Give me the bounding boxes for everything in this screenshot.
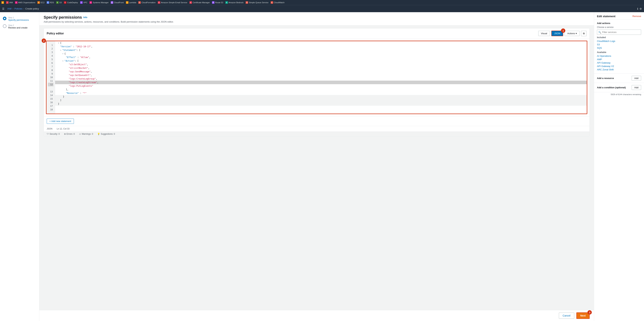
breadcrumb: IAM › Policies › Create policy <box>7 7 39 10</box>
editor-title: Policy editor <box>47 32 64 35</box>
status-position: Ln 12, Col 33 <box>57 127 70 130</box>
service-ai-operations[interactable]: AI Operations <box>597 54 641 58</box>
iam-icon: I <box>6 1 8 4</box>
add-statement-bar: + Add new statement <box>44 116 590 126</box>
status-bar: JSON Ln 12, Col 33 <box>44 126 590 131</box>
nav-cloudformation[interactable]: C CloudFormation <box>138 1 156 4</box>
step-1-indicator <box>3 17 6 20</box>
nav-aws-logo[interactable]: ▲ <box>2 1 4 4</box>
annotation-2: 2 <box>42 39 46 43</box>
errors-status: ⊗ Errors: 0 <box>64 133 75 135</box>
info-link[interactable]: Info <box>83 16 87 19</box>
actions-button[interactable]: Actions ▾ <box>564 31 580 36</box>
nav-iam[interactable]: I IAM <box>6 1 13 4</box>
sm-icon: S <box>90 1 92 4</box>
nav-cm[interactable]: C Certificate Manager <box>190 1 210 4</box>
nav-cloudwatch[interactable]: C CloudWatch <box>271 1 284 4</box>
nav-sqs[interactable]: S Simple Queue Service <box>246 1 268 4</box>
copy-button[interactable]: ⧉ <box>581 31 586 36</box>
nav-systems-manager[interactable]: S Systems Manager <box>90 1 108 4</box>
s3-icon: S <box>56 1 59 4</box>
secondary-navigation: ☰ IAM › Policies › Create policy ℹ ⚙ <box>0 5 644 12</box>
cm-icon: C <box>190 1 192 4</box>
remove-link[interactable]: Remove <box>632 15 641 18</box>
choose-service-label: Choose a service <box>597 26 641 29</box>
org-icon: A <box>15 1 18 4</box>
add-actions-title: Add actions <box>597 22 641 25</box>
aws-icon: ▲ <box>2 1 4 4</box>
service-api-gateway[interactable]: API Gateway <box>597 61 641 65</box>
nav-ec2[interactable]: E EC2 <box>38 1 44 4</box>
available-label: Available <box>597 51 641 54</box>
step-1-label: Step 1 <box>8 17 29 19</box>
policy-editor-card: Policy editor Visual JSON 1 Actions ▾ <box>44 28 590 136</box>
step-2-label: Step 2 <box>8 24 28 26</box>
warnings-status: ⚠ Warnings: 0 <box>79 133 93 135</box>
settings-button[interactable]: ⚙ <box>640 7 642 10</box>
add-condition-label: Add a condition (optional) <box>597 86 626 89</box>
cw-icon: C <box>271 1 273 4</box>
filter-services-input[interactable] <box>597 30 641 35</box>
code-editor[interactable]: 1 2 3 4 5 6 7 8 9 10 <box>46 41 587 114</box>
code-content[interactable]: ▾{ "Version" : "2012-10-17", ▾"Statement… <box>55 41 587 114</box>
add-condition-row: Add a condition (optional) Add <box>594 83 644 92</box>
r53-icon: R <box>212 1 214 4</box>
add-resource-label: Add a resource <box>597 77 614 80</box>
add-resource-row: Add a resource Add <box>594 74 644 83</box>
cf-icon: C <box>111 1 113 4</box>
filter-services-wrap: 🔍 <box>597 30 641 35</box>
right-panel: Edit statement Remove Add actions Choose… <box>594 12 644 321</box>
step-1-name: Specify permissions <box>8 19 29 21</box>
editor-header: Policy editor Visual JSON 1 Actions ▾ <box>44 29 590 39</box>
lmb-icon: λ <box>126 1 128 4</box>
policy-editor-section: Policy editor Visual JSON 1 Actions ▾ <box>39 26 594 310</box>
page-title-text: Specify permissions <box>44 15 82 20</box>
menu-button[interactable]: ☰ <box>2 7 4 10</box>
security-status: 🛡 Security: 0 <box>47 133 60 135</box>
step-2-item[interactable]: Step 2 Review and create <box>0 23 39 31</box>
step-2-name: Review and create <box>8 26 28 29</box>
editor-controls: Visual JSON 1 Actions ▾ ⧉ <box>538 31 587 36</box>
rds-icon: R <box>47 1 49 4</box>
step-2-indicator <box>3 24 6 28</box>
suggestions-status: 💡 Suggestions: 0 <box>97 133 115 135</box>
nav-ses[interactable]: A Amazon Simple Email Service <box>158 1 187 4</box>
service-cloudwatch-logs[interactable]: CloudWatch Logs <box>597 39 641 43</box>
nav-aws-org[interactable]: A AWS Organizations <box>15 1 36 4</box>
warnings-bar: 🛡 Security: 0 ⊗ Errors: 0 ⚠ Warnings: 0 <box>44 131 590 136</box>
status-format: JSON <box>47 127 52 130</box>
service-amp[interactable]: AMP <box>597 58 641 61</box>
editor-container: 2 1 2 3 4 5 6 7 <box>44 41 590 114</box>
bottom-bar: Cancel Next 3 <box>39 310 594 321</box>
search-icon: 🔍 <box>598 31 601 34</box>
included-label: Included <box>597 36 641 39</box>
service-arc-zonal-shift[interactable]: ARC Zonal Shift <box>597 68 641 71</box>
service-sqs[interactable]: SQS <box>597 46 641 50</box>
nav-cloudfront[interactable]: C CloudFront <box>111 1 124 4</box>
nav-vpc[interactable]: V VPC <box>80 1 88 4</box>
annotation-3: 3 <box>588 310 592 314</box>
service-s3[interactable]: S3 <box>597 43 641 46</box>
nav-route53[interactable]: R Route 53 <box>212 1 223 4</box>
top-navigation: ▲ I IAM A AWS Organizations E EC2 R RDS … <box>0 0 644 5</box>
nav-rds[interactable]: R RDS <box>47 1 54 4</box>
nav-codedeploy[interactable]: C CodeDeploy <box>64 1 78 4</box>
nav-lambda[interactable]: λ Lambda <box>126 1 136 4</box>
breadcrumb-iam[interactable]: IAM <box>7 7 12 10</box>
right-panel-header: Edit statement Remove <box>594 12 644 20</box>
add-statement-button[interactable]: + Add new statement <box>47 119 74 124</box>
left-sidebar: Step 1 Specify permissions Step 2 Review… <box>0 12 39 321</box>
breadcrumb-policies[interactable]: Policies <box>14 7 22 10</box>
breadcrumb-current: Create policy <box>26 7 39 10</box>
cancel-button[interactable]: Cancel <box>559 312 574 319</box>
service-api-gateway-v2[interactable]: API Gateway V2 <box>597 65 641 68</box>
step-1-item[interactable]: Step 1 Specify permissions <box>0 15 39 23</box>
nav-s3[interactable]: S S3 <box>56 1 62 4</box>
tab-visual-button[interactable]: Visual <box>538 31 550 36</box>
add-condition-button[interactable]: Add <box>632 85 641 90</box>
info-button[interactable]: ℹ <box>637 7 638 10</box>
add-resource-button[interactable]: Add <box>632 76 641 81</box>
cft-icon: C <box>138 1 141 4</box>
right-panel-title: Edit statement <box>597 15 616 18</box>
nav-bedrock[interactable]: A Amazon Bedrock <box>226 1 244 4</box>
